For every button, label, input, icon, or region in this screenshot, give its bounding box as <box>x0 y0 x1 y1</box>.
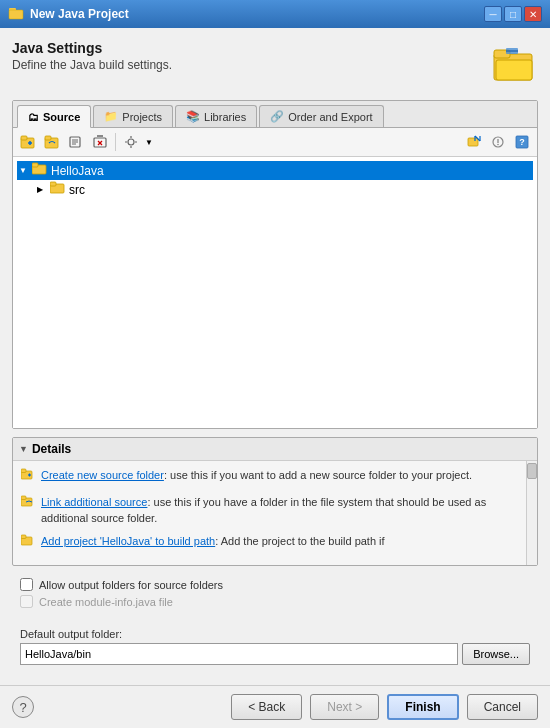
header-title: Java Settings <box>12 40 490 56</box>
tab-projects[interactable]: 📁 Projects <box>93 105 173 127</box>
output-folder-input[interactable] <box>20 643 458 665</box>
details-desc-0: : use this if you want to add a new sour… <box>164 469 472 481</box>
checkbox-module-info: Create module-info.java file <box>20 595 530 608</box>
tree-item-src[interactable]: ▶ src <box>35 180 533 199</box>
svg-point-33 <box>497 144 499 146</box>
svg-rect-9 <box>21 136 27 140</box>
tree-child-src: ▶ src <box>35 180 533 199</box>
details-arrow-icon: ▼ <box>19 444 28 454</box>
cancel-button[interactable]: Cancel <box>467 694 538 720</box>
checkbox-output-folders-input[interactable] <box>20 578 33 591</box>
svg-text:?: ? <box>519 137 525 147</box>
header-subtitle: Define the Java build settings. <box>12 58 490 72</box>
details-item-0: Create new source folder: use this if yo… <box>21 467 518 488</box>
add-source-folder-btn[interactable] <box>17 131 39 153</box>
toolbar-config-btn[interactable] <box>120 131 142 153</box>
svg-rect-37 <box>32 163 38 167</box>
tab-projects-icon: 📁 <box>104 110 118 123</box>
maximize-button[interactable]: □ <box>504 6 522 22</box>
dialog-body: Java Settings Define the Java build sett… <box>0 28 550 685</box>
browse-button[interactable]: Browse... <box>462 643 530 665</box>
output-input-row: Browse... <box>20 643 530 665</box>
details-item-icon-0 <box>21 468 35 488</box>
checkbox-output-folders-label: Allow output folders for source folders <box>39 579 223 591</box>
details-item-text-0: Create new source folder: use this if yo… <box>41 467 518 484</box>
details-scrollbar[interactable] <box>526 461 537 565</box>
details-link-1[interactable]: Link additional source <box>41 496 147 508</box>
header-icon <box>490 40 538 88</box>
svg-rect-45 <box>21 496 26 500</box>
tab-libraries-label: Libraries <box>204 111 246 123</box>
details-desc-2: : Add the project to the build path if <box>215 535 384 547</box>
header-text: Java Settings Define the Java build sett… <box>12 40 490 72</box>
tree-area[interactable]: ▼ HelloJava ▶ src <box>13 157 537 428</box>
header-section: Java Settings Define the Java build sett… <box>12 40 538 88</box>
next-button[interactable]: Next > <box>310 694 379 720</box>
svg-rect-27 <box>468 138 478 146</box>
finish-button[interactable]: Finish <box>387 694 458 720</box>
tree-label-hellojava: HelloJava <box>51 164 104 178</box>
tab-container: 🗂 Source 📁 Projects 📚 Libraries 🔗 Order … <box>12 100 538 429</box>
close-button[interactable]: ✕ <box>524 6 542 22</box>
tab-source[interactable]: 🗂 Source <box>17 105 91 128</box>
tree-item-hellojava[interactable]: ▼ HelloJava <box>17 161 533 180</box>
edit-btn[interactable] <box>65 131 87 153</box>
output-folder-label: Default output folder: <box>20 628 530 640</box>
tab-order-export[interactable]: 🔗 Order and Export <box>259 105 383 127</box>
toolbar-dropdown-arrow[interactable]: ▼ <box>143 131 155 153</box>
toolbar-btn-1[interactable] <box>463 131 485 153</box>
tree-icon-hellojava <box>32 162 48 179</box>
details-item-icon-1 <box>21 495 35 515</box>
title-bar-controls: ─ □ ✕ <box>484 6 542 22</box>
svg-point-22 <box>128 139 134 145</box>
details-section: ▼ Details Create new source folder: use … <box>12 437 538 566</box>
minimize-button[interactable]: ─ <box>484 6 502 22</box>
folder-open-icon <box>492 42 536 86</box>
tree-icon-src <box>50 181 66 198</box>
link-source-btn[interactable] <box>41 131 63 153</box>
tree-arrow-hellojava: ▼ <box>19 166 29 175</box>
checkbox-module-info-input[interactable] <box>20 595 33 608</box>
details-item-1: Link additional source: use this if you … <box>21 494 518 527</box>
tabs: 🗂 Source 📁 Projects 📚 Libraries 🔗 Order … <box>13 101 537 128</box>
checkbox-module-info-label: Create module-info.java file <box>39 596 173 608</box>
tree-label-src: src <box>69 183 85 197</box>
details-item-text-1: Link additional source: use this if you … <box>41 494 518 527</box>
details-header[interactable]: ▼ Details <box>13 438 537 461</box>
tab-source-label: Source <box>43 111 80 123</box>
title-bar: New Java Project ─ □ ✕ <box>0 0 550 28</box>
toolbar: ▼ ? <box>13 128 537 157</box>
checkbox-output-folders: Allow output folders for source folders <box>20 578 530 591</box>
details-content: Create new source folder: use this if yo… <box>13 461 526 565</box>
title-bar-text: New Java Project <box>30 7 478 21</box>
details-link-0[interactable]: Create new source folder <box>41 469 164 481</box>
toolbar-dropdown: ▼ <box>120 131 155 153</box>
title-bar-icon <box>8 5 24 24</box>
details-link-2[interactable]: Add project 'HelloJava' to build path <box>41 535 215 547</box>
tree-arrow-src: ▶ <box>37 185 47 194</box>
toolbar-btn-3[interactable]: ? <box>511 131 533 153</box>
svg-rect-41 <box>21 469 26 473</box>
svg-rect-47 <box>21 535 26 539</box>
tab-order-export-label: Order and Export <box>288 111 372 123</box>
checkboxes-area: Allow output folders for source folders … <box>12 574 538 616</box>
details-title: Details <box>32 442 71 456</box>
help-button[interactable]: ? <box>12 696 34 718</box>
back-button[interactable]: < Back <box>231 694 302 720</box>
toolbar-separator-1 <box>115 133 116 151</box>
remove-btn[interactable] <box>89 131 111 153</box>
bottom-bar: ? < Back Next > Finish Cancel <box>0 685 550 728</box>
details-item-text-2: Add project 'HelloJava' to build path: A… <box>41 533 518 550</box>
tab-order-export-icon: 🔗 <box>270 110 284 123</box>
svg-rect-13 <box>45 136 51 140</box>
tab-projects-label: Projects <box>122 111 162 123</box>
toolbar-btn-2[interactable] <box>487 131 509 153</box>
tab-source-icon: 🗂 <box>28 111 39 123</box>
details-item-2: Add project 'HelloJava' to build path: A… <box>21 533 518 554</box>
svg-rect-39 <box>50 182 56 186</box>
svg-rect-5 <box>496 60 532 80</box>
output-folder: Default output folder: Browse... <box>12 624 538 673</box>
details-item-icon-2 <box>21 534 35 554</box>
tab-libraries-icon: 📚 <box>186 110 200 123</box>
tab-libraries[interactable]: 📚 Libraries <box>175 105 257 127</box>
